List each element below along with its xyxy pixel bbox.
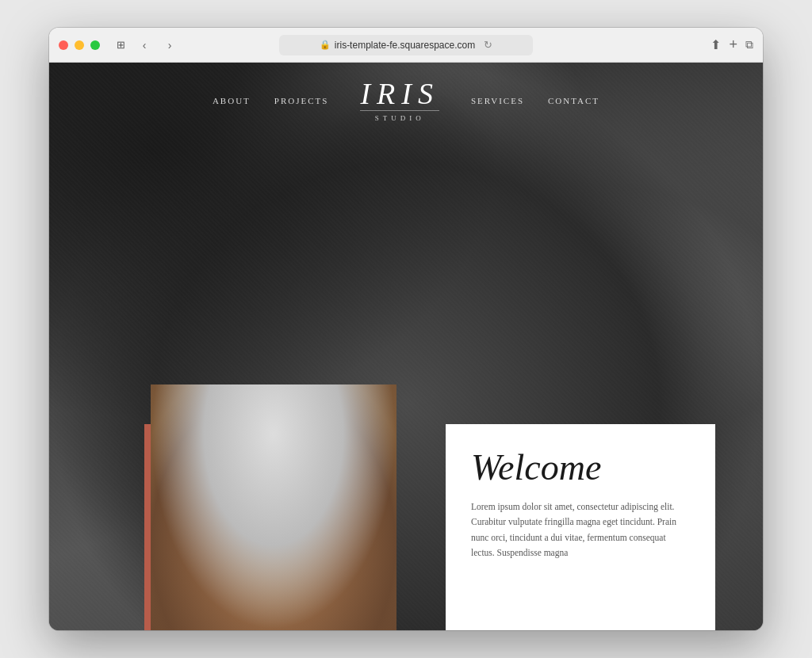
back-button[interactable]: ‹ — [133, 34, 155, 56]
welcome-box: Welcome Lorem ipsum dolor sit amet, cons… — [446, 424, 715, 630]
reload-icon[interactable]: ↻ — [484, 39, 492, 51]
lock-icon: 🔒 — [320, 40, 331, 50]
accent-bar — [144, 424, 151, 630]
address-bar[interactable]: 🔒 iris-template-fe.squarespace.com ↻ — [279, 35, 533, 55]
browser-actions: ⬆ + ⧉ — [710, 36, 753, 53]
share-icon[interactable]: ⬆ — [710, 37, 721, 52]
site-logo[interactable]: IRIS STUDIO — [360, 78, 439, 122]
hero-section: ABOUT PROJECTS IRIS STUDIO SERVICES CONT… — [49, 63, 763, 630]
browser-nav: ⊞ ‹ › — [109, 34, 181, 56]
new-tab-icon[interactable]: + — [729, 36, 737, 53]
nav-right: SERVICES CONTACT — [471, 96, 599, 105]
view-grid-icon[interactable]: ⊞ — [111, 36, 130, 55]
minimize-button[interactable] — [75, 40, 84, 50]
portrait-image — [151, 384, 396, 630]
welcome-title: Welcome — [471, 448, 690, 488]
maximize-button[interactable] — [90, 40, 100, 50]
nav-services[interactable]: SERVICES — [471, 96, 524, 105]
logo-subtitle: STUDIO — [360, 110, 439, 122]
nav-about[interactable]: ABOUT — [213, 96, 251, 105]
site-nav: ABOUT PROJECTS IRIS STUDIO SERVICES CONT… — [49, 63, 763, 138]
nav-left: ABOUT PROJECTS — [213, 96, 328, 105]
close-button[interactable] — [59, 40, 68, 50]
url-text: iris-template-fe.squarespace.com — [335, 40, 475, 51]
logo-title: IRIS — [360, 78, 439, 109]
welcome-body: Lorem ipsum dolor sit amet, consectetur … — [471, 499, 690, 561]
bottom-overlay: Welcome Lorem ipsum dolor sit amet, cons… — [49, 384, 763, 630]
website-content: ABOUT PROJECTS IRIS STUDIO SERVICES CONT… — [49, 63, 763, 630]
nav-projects[interactable]: PROJECTS — [274, 96, 329, 105]
tabs-icon[interactable]: ⧉ — [745, 38, 753, 52]
title-bar: ⊞ ‹ › 🔒 iris-template-fe.squarespace.com… — [49, 28, 763, 63]
color-portrait — [151, 384, 396, 630]
window-controls — [59, 40, 100, 50]
nav-contact[interactable]: CONTACT — [548, 96, 599, 105]
mac-window: ⊞ ‹ › 🔒 iris-template-fe.squarespace.com… — [49, 28, 763, 630]
forward-button[interactable]: › — [159, 34, 181, 56]
